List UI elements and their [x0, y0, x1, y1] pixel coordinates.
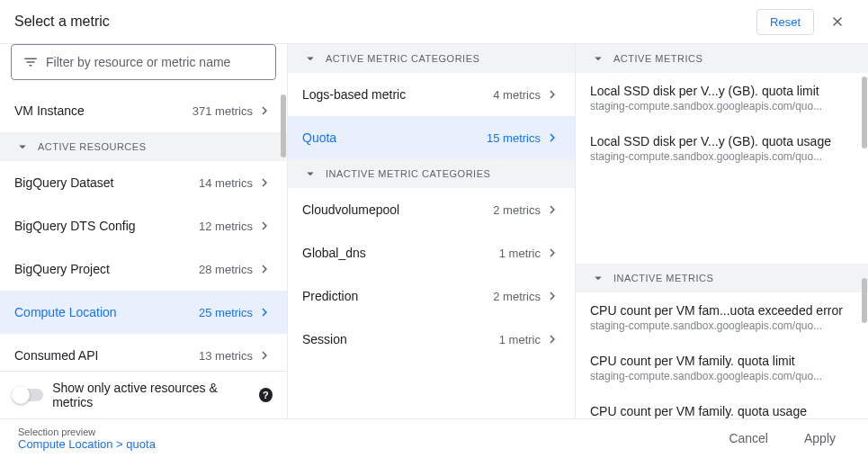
chevron-right-icon	[256, 103, 273, 119]
chevron-right-icon	[544, 86, 560, 103]
item-count: 2 metrics	[493, 290, 541, 303]
item-count: 1 metric	[499, 333, 541, 346]
list-item[interactable]: Logs-based metric4 metrics	[288, 73, 575, 116]
item-label: Global_dns	[302, 246, 366, 260]
section-inactive-categories[interactable]: INACTIVE METRIC CATEGORIES	[288, 159, 575, 188]
item-label: Prediction	[302, 289, 358, 303]
list-item[interactable]: Compute Location25 metrics	[0, 291, 287, 334]
selection-preview-value: Compute Location > quota	[18, 437, 156, 451]
metric-item[interactable]: CPU count per VM family. quota usagestag…	[576, 393, 868, 418]
item-label: Consumed API	[14, 348, 98, 363]
section-label: ACTIVE RESOURCES	[38, 141, 146, 152]
list-item[interactable]: Prediction2 metrics	[288, 274, 575, 318]
chevron-down-icon	[590, 50, 606, 67]
section-label: INACTIVE METRICS	[613, 273, 713, 283]
item-count: 2 metrics	[493, 203, 541, 217]
item-label: BigQuery DTS Config	[14, 219, 136, 233]
chevron-right-icon	[256, 304, 273, 320]
chevron-down-icon	[590, 270, 606, 286]
metric-item[interactable]: Local SSD disk per V...y (GB). quota usa…	[576, 123, 868, 174]
metric-subtitle: staging-compute.sandbox.googleapis.com/q…	[590, 100, 854, 112]
filter-icon	[22, 54, 39, 70]
list-item[interactable]: Quota15 metrics	[288, 116, 575, 159]
item-label: Compute Location	[14, 305, 117, 319]
item-count: 4 metrics	[493, 88, 541, 102]
item-label: Quota	[302, 130, 336, 145]
active-only-toggle[interactable]	[14, 389, 43, 401]
chevron-down-icon	[14, 139, 31, 155]
metric-subtitle: staging-compute.sandbox.googleapis.com/q…	[590, 370, 854, 382]
chevron-right-icon	[544, 202, 560, 218]
metric-title: CPU count per VM family. quota usage	[590, 404, 854, 418]
cancel-button[interactable]: Cancel	[714, 424, 783, 453]
metric-subtitle: staging-compute.sandbox.googleapis.com/q…	[590, 319, 854, 332]
chevron-right-icon	[544, 288, 560, 304]
filter-input-container[interactable]	[11, 44, 276, 80]
section-label: INACTIVE METRIC CATEGORIES	[326, 168, 490, 179]
metric-title: CPU count per VM fam...uota exceeded err…	[590, 303, 854, 318]
metric-subtitle: staging-compute.sandbox.googleapis.com/q…	[590, 150, 854, 163]
section-label: ACTIVE METRIC CATEGORIES	[326, 53, 479, 64]
chevron-right-icon	[256, 218, 273, 234]
help-icon[interactable]: ?	[259, 388, 273, 402]
item-label: Cloudvolumepool	[302, 202, 399, 217]
item-count: 25 metrics	[199, 306, 253, 319]
metric-item[interactable]: CPU count per VM family. quota limitstag…	[576, 343, 868, 393]
scrollbar[interactable]	[281, 94, 286, 157]
chevron-right-icon	[544, 245, 560, 261]
section-active-metrics[interactable]: ACTIVE METRICS	[576, 44, 868, 73]
scrollbar[interactable]	[862, 278, 867, 323]
item-count: 14 metrics	[199, 176, 253, 190]
chevron-right-icon	[256, 347, 273, 364]
list-item[interactable]: Session1 metric	[288, 318, 575, 361]
item-count: 12 metrics	[199, 220, 253, 233]
list-item[interactable]: BigQuery Dataset14 metrics	[0, 161, 287, 204]
chevron-right-icon	[256, 261, 273, 277]
metric-item[interactable]: CPU count per VM fam...uota exceeded err…	[576, 292, 868, 343]
metric-title: Local SSD disk per V...y (GB). quota usa…	[590, 134, 854, 148]
apply-button[interactable]: Apply	[790, 424, 850, 453]
item-count: 1 metric	[499, 247, 541, 260]
list-item[interactable]: Consumed API13 metrics	[0, 334, 287, 371]
metric-item[interactable]: Local SSD disk per V...y (GB). quota lim…	[576, 73, 868, 123]
list-item[interactable]: Global_dns1 metric	[288, 231, 575, 274]
reset-button[interactable]: Reset	[756, 9, 814, 35]
resource-item-vm-instance[interactable]: VM Instance 371 metrics	[0, 89, 287, 132]
item-count: 15 metrics	[487, 131, 541, 145]
item-count: 28 metrics	[199, 263, 253, 276]
resource-count: 371 metrics	[192, 104, 253, 118]
section-inactive-metrics[interactable]: INACTIVE METRICS	[576, 264, 868, 292]
item-label: Session	[302, 332, 347, 346]
filter-input[interactable]	[46, 55, 264, 69]
chevron-right-icon	[256, 175, 273, 191]
list-item[interactable]: BigQuery Project28 metrics	[0, 247, 287, 291]
section-label: ACTIVE METRICS	[613, 53, 702, 64]
item-count: 13 metrics	[199, 349, 253, 363]
page-title: Select a metric	[14, 13, 110, 30]
item-label: Logs-based metric	[302, 87, 406, 102]
scrollbar[interactable]	[862, 76, 867, 148]
chevron-right-icon	[544, 130, 560, 146]
item-label: BigQuery Project	[14, 262, 110, 276]
selection-preview-label: Selection preview	[18, 427, 156, 437]
chevron-down-icon	[302, 50, 318, 67]
chevron-down-icon	[302, 166, 318, 182]
toggle-label: Show only active resources & metrics	[52, 381, 250, 409]
resource-label: VM Instance	[14, 103, 85, 118]
close-icon[interactable]	[821, 5, 854, 38]
metric-title: Local SSD disk per V...y (GB). quota lim…	[590, 84, 854, 98]
list-item[interactable]: BigQuery DTS Config12 metrics	[0, 204, 287, 247]
item-label: BigQuery Dataset	[14, 175, 114, 190]
section-active-resources[interactable]: ACTIVE RESOURCES	[0, 132, 287, 161]
metric-title: CPU count per VM family. quota limit	[590, 354, 854, 368]
chevron-right-icon	[544, 331, 560, 347]
list-item[interactable]: Cloudvolumepool2 metrics	[288, 188, 575, 231]
section-active-categories[interactable]: ACTIVE METRIC CATEGORIES	[288, 44, 575, 73]
